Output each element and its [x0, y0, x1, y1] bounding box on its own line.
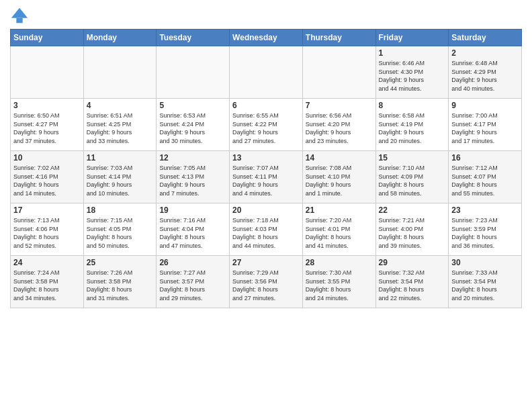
- day-info: Sunrise: 7:32 AM Sunset: 3:54 PM Dayligh…: [379, 269, 446, 302]
- column-header-saturday: Saturday: [449, 30, 522, 46]
- day-number: 6: [232, 101, 300, 110]
- day-info: Sunrise: 7:23 AM Sunset: 3:59 PM Dayligh…: [451, 216, 519, 250]
- day-number: 5: [159, 101, 226, 110]
- day-number: 1: [379, 48, 446, 58]
- day-cell: [230, 46, 303, 99]
- day-cell: 30Sunrise: 7:33 AM Sunset: 3:54 PM Dayli…: [449, 256, 522, 308]
- week-row-4: 17Sunrise: 7:13 AM Sunset: 4:06 PM Dayli…: [11, 203, 522, 256]
- day-number: 28: [306, 258, 373, 267]
- week-row-5: 24Sunrise: 7:24 AM Sunset: 3:58 PM Dayli…: [11, 256, 522, 308]
- logo-icon: [10, 7, 29, 26]
- day-number: 21: [306, 205, 373, 215]
- day-number: 11: [87, 153, 154, 163]
- column-header-thursday: Thursday: [302, 30, 375, 46]
- day-number: 13: [232, 153, 300, 163]
- day-number: 24: [13, 258, 81, 267]
- day-cell: 26Sunrise: 7:27 AM Sunset: 3:57 PM Dayli…: [157, 256, 230, 308]
- day-cell: 1Sunrise: 6:46 AM Sunset: 4:30 PM Daylig…: [375, 46, 449, 99]
- day-info: Sunrise: 7:29 AM Sunset: 3:56 PM Dayligh…: [232, 269, 300, 302]
- day-number: 12: [159, 153, 226, 163]
- day-info: Sunrise: 7:26 AM Sunset: 3:58 PM Dayligh…: [87, 269, 154, 302]
- day-cell: 2Sunrise: 6:48 AM Sunset: 4:29 PM Daylig…: [449, 46, 522, 99]
- day-cell: 18Sunrise: 7:15 AM Sunset: 4:05 PM Dayli…: [83, 203, 157, 256]
- column-header-sunday: Sunday: [11, 30, 84, 46]
- day-info: Sunrise: 7:02 AM Sunset: 4:16 PM Dayligh…: [13, 164, 81, 197]
- day-cell: 7Sunrise: 6:56 AM Sunset: 4:20 PM Daylig…: [302, 99, 375, 151]
- day-number: 14: [306, 153, 373, 163]
- page-header: [10, 7, 522, 26]
- day-cell: [83, 46, 157, 99]
- day-cell: 12Sunrise: 7:05 AM Sunset: 4:13 PM Dayli…: [157, 151, 230, 203]
- day-number: 29: [379, 258, 446, 267]
- svg-marker-0: [11, 8, 28, 18]
- day-cell: 22Sunrise: 7:21 AM Sunset: 4:00 PM Dayli…: [375, 203, 449, 256]
- day-number: 30: [451, 258, 519, 267]
- day-cell: 8Sunrise: 6:58 AM Sunset: 4:19 PM Daylig…: [375, 99, 449, 151]
- day-number: 3: [13, 101, 81, 110]
- day-cell: 11Sunrise: 7:03 AM Sunset: 4:14 PM Dayli…: [83, 151, 157, 203]
- day-cell: 13Sunrise: 7:07 AM Sunset: 4:11 PM Dayli…: [230, 151, 303, 203]
- day-info: Sunrise: 6:53 AM Sunset: 4:24 PM Dayligh…: [159, 111, 226, 145]
- day-cell: 21Sunrise: 7:20 AM Sunset: 4:01 PM Dayli…: [302, 203, 375, 256]
- day-number: 25: [87, 258, 154, 267]
- day-cell: 6Sunrise: 6:55 AM Sunset: 4:22 PM Daylig…: [230, 99, 303, 151]
- day-number: 7: [306, 101, 373, 110]
- day-info: Sunrise: 7:21 AM Sunset: 4:00 PM Dayligh…: [379, 216, 446, 250]
- day-info: Sunrise: 7:03 AM Sunset: 4:14 PM Dayligh…: [87, 164, 154, 197]
- day-info: Sunrise: 7:24 AM Sunset: 3:58 PM Dayligh…: [13, 269, 81, 302]
- day-number: 8: [379, 101, 446, 110]
- day-cell: [11, 46, 84, 99]
- svg-rect-1: [16, 18, 22, 23]
- day-cell: 15Sunrise: 7:10 AM Sunset: 4:09 PM Dayli…: [375, 151, 449, 203]
- day-cell: 4Sunrise: 6:51 AM Sunset: 4:25 PM Daylig…: [83, 99, 157, 151]
- day-cell: 25Sunrise: 7:26 AM Sunset: 3:58 PM Dayli…: [83, 256, 157, 308]
- day-info: Sunrise: 7:08 AM Sunset: 4:10 PM Dayligh…: [306, 164, 373, 197]
- day-cell: 14Sunrise: 7:08 AM Sunset: 4:10 PM Dayli…: [302, 151, 375, 203]
- day-cell: [157, 46, 230, 99]
- day-number: 16: [451, 153, 519, 163]
- day-info: Sunrise: 6:56 AM Sunset: 4:20 PM Dayligh…: [306, 111, 373, 145]
- week-row-2: 3Sunrise: 6:50 AM Sunset: 4:27 PM Daylig…: [11, 99, 522, 151]
- header-row: SundayMondayTuesdayWednesdayThursdayFrid…: [11, 30, 522, 46]
- day-number: 27: [232, 258, 300, 267]
- day-number: 20: [232, 205, 300, 215]
- column-header-tuesday: Tuesday: [157, 30, 230, 46]
- day-number: 4: [87, 101, 154, 110]
- day-cell: 16Sunrise: 7:12 AM Sunset: 4:07 PM Dayli…: [449, 151, 522, 203]
- day-info: Sunrise: 7:05 AM Sunset: 4:13 PM Dayligh…: [159, 164, 226, 197]
- page-container: SundayMondayTuesdayWednesdayThursdayFrid…: [0, 0, 532, 312]
- day-number: 19: [159, 205, 226, 215]
- day-number: 18: [87, 205, 154, 215]
- day-cell: 28Sunrise: 7:30 AM Sunset: 3:55 PM Dayli…: [302, 256, 375, 308]
- day-info: Sunrise: 6:50 AM Sunset: 4:27 PM Dayligh…: [13, 111, 81, 145]
- day-cell: 19Sunrise: 7:16 AM Sunset: 4:04 PM Dayli…: [157, 203, 230, 256]
- day-info: Sunrise: 6:48 AM Sunset: 4:29 PM Dayligh…: [451, 59, 519, 93]
- day-info: Sunrise: 7:27 AM Sunset: 3:57 PM Dayligh…: [159, 269, 226, 302]
- week-row-3: 10Sunrise: 7:02 AM Sunset: 4:16 PM Dayli…: [11, 151, 522, 203]
- day-cell: 10Sunrise: 7:02 AM Sunset: 4:16 PM Dayli…: [11, 151, 84, 203]
- day-cell: 24Sunrise: 7:24 AM Sunset: 3:58 PM Dayli…: [11, 256, 84, 308]
- day-number: 9: [451, 101, 519, 110]
- day-cell: [302, 46, 375, 99]
- day-cell: 5Sunrise: 6:53 AM Sunset: 4:24 PM Daylig…: [157, 99, 230, 151]
- day-info: Sunrise: 6:58 AM Sunset: 4:19 PM Dayligh…: [379, 111, 446, 145]
- day-info: Sunrise: 6:51 AM Sunset: 4:25 PM Dayligh…: [87, 111, 154, 145]
- day-cell: 3Sunrise: 6:50 AM Sunset: 4:27 PM Daylig…: [11, 99, 84, 151]
- column-header-wednesday: Wednesday: [230, 30, 303, 46]
- day-number: 17: [13, 205, 81, 215]
- day-number: 15: [379, 153, 446, 163]
- day-cell: 20Sunrise: 7:18 AM Sunset: 4:03 PM Dayli…: [230, 203, 303, 256]
- day-info: Sunrise: 7:13 AM Sunset: 4:06 PM Dayligh…: [13, 216, 81, 250]
- column-header-monday: Monday: [83, 30, 157, 46]
- day-number: 26: [159, 258, 226, 267]
- day-info: Sunrise: 7:10 AM Sunset: 4:09 PM Dayligh…: [379, 164, 446, 197]
- day-number: 23: [451, 205, 519, 215]
- day-number: 10: [13, 153, 81, 163]
- day-number: 2: [451, 48, 519, 58]
- day-cell: 27Sunrise: 7:29 AM Sunset: 3:56 PM Dayli…: [230, 256, 303, 308]
- day-cell: 29Sunrise: 7:32 AM Sunset: 3:54 PM Dayli…: [375, 256, 449, 308]
- week-row-1: 1Sunrise: 6:46 AM Sunset: 4:30 PM Daylig…: [11, 46, 522, 99]
- day-info: Sunrise: 7:15 AM Sunset: 4:05 PM Dayligh…: [87, 216, 154, 250]
- day-info: Sunrise: 6:46 AM Sunset: 4:30 PM Dayligh…: [379, 59, 446, 93]
- day-info: Sunrise: 6:55 AM Sunset: 4:22 PM Dayligh…: [232, 111, 300, 145]
